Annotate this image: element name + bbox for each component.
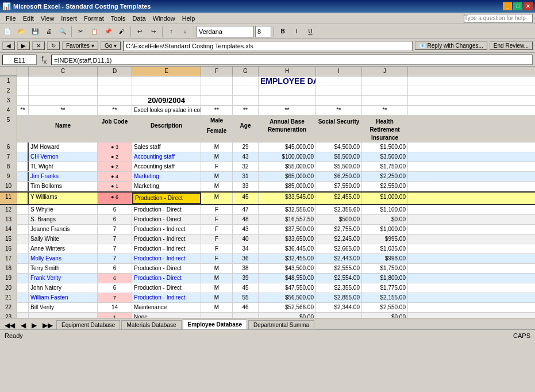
cell-e6[interactable]: Sales staff [132,143,201,152]
cell-c8[interactable]: TL Wight [29,162,98,171]
menu-insert[interactable]: Insert [57,14,80,23]
cell-f4[interactable]: ** [201,106,233,115]
cell-e12[interactable]: Production - Direct [132,205,201,214]
cell-g12[interactable]: 47 [233,205,259,214]
cell-h12[interactable]: $32,556.00 [259,205,316,214]
col-header-g[interactable]: G [233,67,259,76]
close-button[interactable]: ✕ [524,2,533,10]
cell-h3[interactable] [259,96,316,105]
cell-f16[interactable]: F [201,244,233,253]
cell-e17[interactable]: Production - Indirect [132,254,201,263]
cell-j8[interactable]: $1,750.00 [362,162,408,171]
cell-c15[interactable]: Sally White [29,235,98,244]
cell-j4[interactable]: ** [362,106,408,115]
cell-d12[interactable]: 6 [98,205,132,214]
cell-j18[interactable]: $1,750.00 [362,264,408,273]
cell-i7[interactable]: $8,500.00 [316,152,362,162]
cell-d13[interactable]: 6 [98,215,132,224]
cell-f5[interactable]: Male Female [201,116,233,142]
cell-b10[interactable] [17,182,29,191]
cell-d8[interactable]: ● 2 [98,162,132,171]
cell-g3[interactable] [233,96,259,105]
cell-g11[interactable]: 45 [233,193,259,204]
grid-scroll-area[interactable]: 1 EMPLOYEE DATABASE 2 3 [0,76,535,318]
font-name-input[interactable] [197,26,254,37]
cell-b5[interactable] [17,116,29,142]
cell-g16[interactable]: 34 [233,244,259,253]
cell-d4[interactable]: ** [98,106,132,115]
cell-g14[interactable]: 43 [233,225,259,234]
cell-c14[interactable]: Joanne Francis [29,225,98,234]
cell-j20[interactable]: $1,775.00 [362,283,408,293]
forward-button[interactable]: ▶ [17,41,30,50]
cell-b12[interactable] [17,205,29,214]
cell-b2[interactable] [17,86,29,95]
tab-nav-prev[interactable]: ◀ [18,321,28,329]
cell-i9[interactable]: $6,250.00 [316,172,362,181]
cell-e7[interactable]: Accounting staff [132,152,201,162]
menu-file[interactable]: File [2,14,20,23]
cell-f1[interactable] [201,76,233,86]
cell-g6[interactable]: 29 [233,143,259,152]
cell-b20[interactable] [17,283,29,293]
cell-j12[interactable]: $1,100.00 [362,205,408,214]
cell-reference-box[interactable]: E11 [2,55,37,65]
cell-i17[interactable]: $2,443.00 [316,254,362,263]
cell-c6[interactable]: JM Howard [29,143,98,152]
col-header-e[interactable]: E [132,67,201,76]
refresh-button[interactable]: ↻ [47,41,60,50]
cell-e3[interactable]: 20/09/2004 [132,96,201,105]
cell-h10[interactable]: $85,000.00 [259,182,316,191]
format-painter-button[interactable]: 🖌 [116,25,128,38]
cut-button[interactable]: ✂ [74,25,87,38]
cell-g8[interactable]: 32 [233,162,259,171]
paste-button[interactable]: 📌 [102,25,114,38]
cell-e21[interactable]: Production - Indirect [132,293,201,302]
cell-c22[interactable]: Bill Verity [29,303,98,312]
cell-c21[interactable]: William Fasten [29,293,98,302]
cell-e8[interactable]: Accounting staff [132,162,201,171]
reply-changes-button[interactable]: 📧 Reply with Changes... [415,41,487,50]
cell-f13[interactable]: F [201,215,233,224]
cell-f23[interactable] [201,313,233,318]
font-size-input[interactable] [255,26,271,37]
cell-b23[interactable] [17,313,29,318]
cell-e13[interactable]: Production - Direct [132,215,201,224]
cell-i10[interactable]: $7,550.00 [316,182,362,191]
cell-e2[interactable] [132,86,201,95]
cell-d3[interactable] [98,96,132,105]
redo-button[interactable]: ↪ [147,25,160,38]
tab-departmental-summary[interactable]: Departmental Summa [248,320,314,329]
cell-d22[interactable]: 14 [98,303,132,312]
cell-h21[interactable]: $56,500.00 [259,293,316,302]
cell-h17[interactable]: $32,455.00 [259,254,316,263]
cell-d18[interactable]: 6 [98,264,132,273]
cell-i6[interactable]: $4,500.00 [316,143,362,152]
cell-b11[interactable] [17,193,29,204]
cell-i12[interactable]: $2,356.60 [316,205,362,214]
cell-f10[interactable]: M [201,182,233,191]
cell-b9[interactable] [17,172,29,181]
cell-f21[interactable]: M [201,293,233,302]
cell-d14[interactable]: 7 [98,225,132,234]
cell-e18[interactable]: Production - Direct [132,264,201,273]
cell-j5[interactable]: Health Retirement Insurance [362,116,408,142]
cell-b8[interactable] [17,162,29,171]
minimize-button[interactable]: _ [503,2,512,10]
cell-i4[interactable]: ** [316,106,362,115]
cell-j1[interactable] [362,76,408,86]
tab-nav-right[interactable]: ▶▶ [40,321,55,329]
col-header-b[interactable] [17,67,29,76]
address-input[interactable] [123,41,413,51]
cell-j17[interactable]: $998.00 [362,254,408,263]
cell-j16[interactable]: $1,035.00 [362,244,408,253]
cell-b19[interactable] [17,274,29,283]
cell-d17[interactable]: 7 [98,254,132,263]
cell-c20[interactable]: John Natory [29,283,98,293]
cell-e1[interactable] [132,76,201,86]
cell-g10[interactable]: 33 [233,182,259,191]
cell-f15[interactable]: F [201,235,233,244]
cell-g15[interactable]: 40 [233,235,259,244]
cell-h6[interactable]: $45,000.00 [259,143,316,152]
menu-data[interactable]: Data [129,14,149,23]
